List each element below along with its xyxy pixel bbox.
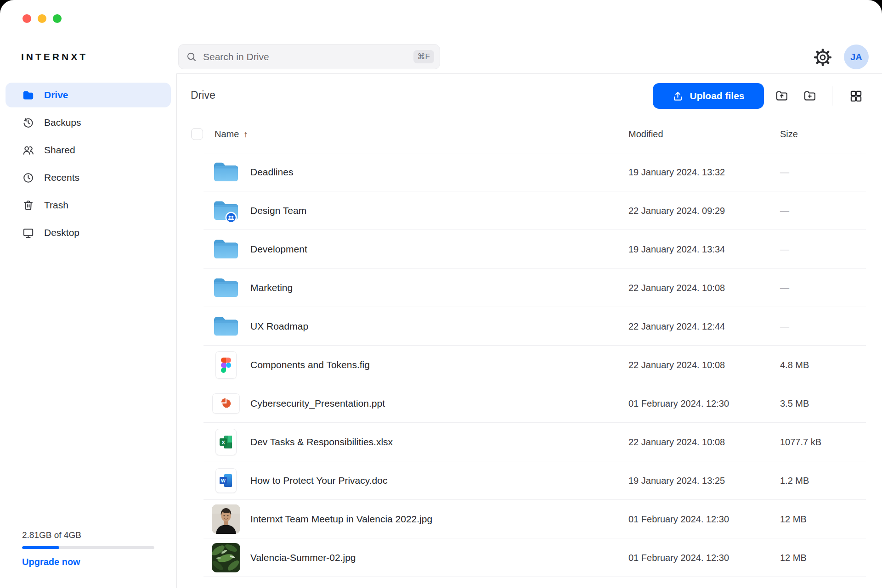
- table-row[interactable]: Deadlines 19 January 2024. 13:32 —: [176, 153, 882, 191]
- file-name: Dev Tasks & Responsibilities.xlsx: [250, 423, 393, 461]
- upload-files-label: Upload files: [690, 90, 744, 101]
- powerpoint-file-icon: [212, 393, 240, 414]
- sidebar-item-label: Recents: [44, 172, 79, 183]
- sidebar-item-shared[interactable]: Shared: [6, 138, 171, 162]
- sidebar-item-label: Desktop: [44, 227, 79, 238]
- file-size: 4.8 MB: [780, 346, 809, 384]
- sidebar-item-label: Trash: [44, 200, 68, 211]
- table-row[interactable]: Design Team 22 January 2024. 09:29 —: [176, 191, 882, 230]
- sidebar-item-drive[interactable]: Drive: [6, 83, 171, 107]
- file-size: —: [780, 269, 789, 307]
- file-size: —: [780, 153, 789, 191]
- shared-badge-icon: [226, 213, 236, 223]
- file-modified: 22 January 2024. 10:08: [628, 423, 725, 461]
- file-size: 3.5 MB: [780, 384, 809, 423]
- storage-panel: 2.81GB of 4GB Upgrade now: [22, 530, 155, 588]
- drive-folder-icon: [22, 89, 34, 101]
- file-list: Deadlines 19 January 2024. 13:32 — Desig…: [176, 153, 882, 577]
- column-header-modified[interactable]: Modified: [628, 129, 663, 140]
- shared-people-icon: [22, 144, 34, 157]
- storage-progress-fill: [22, 546, 59, 549]
- sidebar-item-trash[interactable]: Trash: [6, 193, 171, 218]
- desktop-icon: [22, 227, 34, 239]
- photo-thumbnail-person: [212, 504, 240, 534]
- grid-view-icon: [849, 90, 863, 103]
- excel-file-icon: X: [215, 429, 237, 455]
- sort-ascending-icon: ↑: [243, 129, 248, 139]
- file-name: UX Roadmap: [250, 307, 308, 346]
- file-name: Cybersecurity_Presentation.ppt: [250, 384, 385, 423]
- zoom-window-button[interactable]: [53, 14, 62, 23]
- folder-plus-icon: [803, 89, 817, 103]
- file-size: —: [780, 230, 789, 269]
- table-row[interactable]: Cybersecurity_Presentation.ppt 01 Februa…: [176, 384, 882, 423]
- figma-file-icon: [215, 351, 237, 379]
- table-row[interactable]: W How to Protect Your Privacy.doc 19 Jan…: [176, 461, 882, 500]
- file-modified: 01 February 2024. 12:30: [628, 538, 729, 577]
- upload-files-button[interactable]: Upload files: [653, 83, 764, 109]
- grid-view-button[interactable]: [847, 87, 865, 105]
- settings-button[interactable]: [814, 49, 831, 66]
- file-modified: 22 January 2024. 10:08: [628, 346, 725, 384]
- new-folder-button[interactable]: [801, 87, 819, 105]
- folder-icon: [212, 314, 240, 339]
- sidebar-item-desktop[interactable]: Desktop: [6, 220, 171, 245]
- table-row[interactable]: Valencia-Summer-02.jpg 01 February 2024.…: [176, 538, 882, 577]
- window-controls: [23, 14, 62, 23]
- file-size: 12 MB: [780, 500, 807, 538]
- recents-clock-icon: [22, 172, 34, 184]
- word-file-icon: W: [215, 468, 237, 493]
- minimize-window-button[interactable]: [38, 14, 46, 23]
- backups-history-icon: [22, 117, 34, 129]
- svg-text:W: W: [221, 478, 226, 483]
- table-row[interactable]: Internxt Team Meetup in Valencia 2022.jp…: [176, 500, 882, 538]
- close-window-button[interactable]: [23, 14, 31, 23]
- table-row[interactable]: Marketing 22 January 2024. 10:08 —: [176, 269, 882, 307]
- shared-folder-icon: [212, 198, 240, 223]
- file-name: How to Protect Your Privacy.doc: [250, 461, 387, 500]
- table-row[interactable]: Development 19 January 2024. 13:34 —: [176, 230, 882, 269]
- sidebar: Drive Backups Shared Recents Trash Deskt…: [0, 73, 176, 588]
- file-modified: 01 February 2024. 12:30: [628, 384, 729, 423]
- sidebar-item-label: Shared: [44, 145, 75, 156]
- storage-progress-bar: [22, 546, 154, 549]
- file-modified: 22 January 2024. 10:08: [628, 269, 725, 307]
- account-avatar[interactable]: JA: [844, 45, 869, 69]
- sidebar-item-backups[interactable]: Backups: [6, 110, 171, 135]
- file-modified: 19 January 2024. 13:34: [628, 230, 725, 269]
- file-name: Deadlines: [250, 153, 293, 191]
- upload-icon: [672, 90, 684, 102]
- table-row[interactable]: UX Roadmap 22 January 2024. 12:44 —: [176, 307, 882, 346]
- main-content: Drive Upload files Name↑ Modified Size: [176, 73, 882, 588]
- photo-thumbnail-leaves: [212, 543, 240, 572]
- gear-icon: [814, 49, 831, 66]
- folder-icon: [212, 160, 240, 185]
- app-window: INTERNXT ⌘F JA Drive Backups Shared Rece…: [0, 0, 882, 588]
- file-modified: 19 January 2024. 13:25: [628, 461, 725, 500]
- column-header-size[interactable]: Size: [780, 129, 798, 140]
- file-modified: 22 January 2024. 12:44: [628, 307, 725, 346]
- search-bar[interactable]: ⌘F: [178, 44, 440, 69]
- toolbar-divider: [832, 86, 832, 106]
- table-row[interactable]: X Dev Tasks & Responsibilities.xlsx 22 J…: [176, 423, 882, 461]
- upload-folder-button[interactable]: [773, 87, 791, 105]
- sidebar-nav: Drive Backups Shared Recents Trash Deskt…: [6, 83, 171, 248]
- folder-icon: [212, 275, 240, 300]
- trash-icon: [22, 199, 34, 212]
- folder-upload-icon: [775, 89, 789, 103]
- file-size: —: [780, 307, 789, 346]
- file-name: Valencia-Summer-02.jpg: [250, 538, 356, 577]
- search-input[interactable]: [203, 51, 413, 62]
- file-name: Internxt Team Meetup in Valencia 2022.jp…: [250, 500, 432, 538]
- file-size: 1077.7 kB: [780, 423, 821, 461]
- column-header-name[interactable]: Name↑: [215, 129, 248, 140]
- page-title: Drive: [191, 89, 215, 101]
- sidebar-item-recents[interactable]: Recents: [6, 165, 171, 190]
- file-modified: 19 January 2024. 13:32: [628, 153, 725, 191]
- table-row[interactable]: Components and Tokens.fig 22 January 202…: [176, 346, 882, 384]
- upgrade-now-link[interactable]: Upgrade now: [22, 557, 80, 567]
- file-size: 1.2 MB: [780, 461, 809, 500]
- folder-icon: [212, 237, 240, 262]
- file-name: Development: [250, 230, 307, 269]
- select-all-checkbox[interactable]: [191, 128, 203, 140]
